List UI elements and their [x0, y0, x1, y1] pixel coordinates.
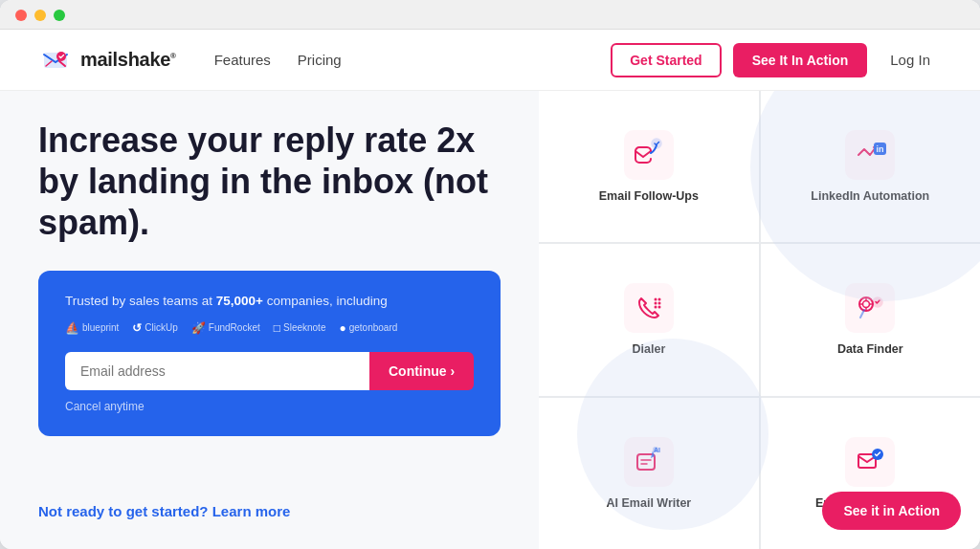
logo-area[interactable]: mailshake®: [38, 43, 176, 77]
logo-text: mailshake®: [80, 49, 176, 71]
feature-linkedin-automation-label: LinkedIn Automation: [811, 189, 929, 203]
svg-point-1: [56, 52, 66, 61]
company-logos: ⛵blueprint ↺ClickUp 🚀FundRocket □Sleekno…: [65, 321, 474, 335]
feature-dialer-label: Dialer: [633, 342, 666, 356]
continue-button[interactable]: Continue ›: [369, 352, 474, 390]
svg-rect-14: [845, 283, 895, 333]
login-button[interactable]: Log In: [879, 44, 942, 76]
ai-email-writer-icon: AI: [624, 437, 674, 487]
minimize-dot[interactable]: [34, 10, 46, 21]
page-content: mailshake® Features Pricing Get Started …: [0, 30, 980, 549]
logo-clickup: ↺ClickUp: [132, 321, 177, 335]
see-it-in-action-bottom-button[interactable]: See it in Action: [822, 492, 961, 530]
navbar: mailshake® Features Pricing Get Started …: [0, 30, 980, 91]
feature-data-finder-label: Data Finder: [837, 342, 903, 356]
feature-email-followups[interactable]: Email Follow-Ups: [539, 91, 758, 242]
svg-point-13: [657, 306, 660, 309]
feature-ai-email-writer[interactable]: AI AI Email Writer: [539, 398, 758, 549]
see-it-in-action-nav-button[interactable]: See It In Action: [733, 43, 868, 77]
svg-rect-7: [624, 283, 674, 333]
maximize-dot[interactable]: [54, 10, 65, 21]
dialer-icon: [624, 283, 674, 333]
learn-more-link[interactable]: Not ready to get started? Learn more: [38, 503, 290, 519]
hero-headline: Increase your reply rate 2x by landing i…: [38, 120, 498, 244]
cancel-text: Cancel anytime: [65, 400, 474, 413]
cta-card: Trusted by sales teams at 75,000+ compan…: [38, 271, 501, 436]
main-body: Increase your reply rate 2x by landing i…: [0, 91, 980, 549]
cta-trust-text: Trusted by sales teams at 75,000+ compan…: [65, 294, 474, 308]
logo-sleeknote: □Sleeknote: [274, 321, 326, 335]
browser-window: mailshake® Features Pricing Get Started …: [0, 0, 980, 549]
nav-features[interactable]: Features: [214, 52, 271, 68]
svg-point-10: [654, 302, 657, 305]
nav-links: Features Pricing: [214, 52, 612, 68]
left-panel: Increase your reply rate 2x by landing i…: [0, 91, 539, 549]
right-panel: Email Follow-Ups in LinkedIn Automation: [539, 91, 980, 549]
linkedin-automation-icon: in: [845, 130, 895, 180]
svg-rect-22: [845, 437, 895, 487]
feature-linkedin-automation[interactable]: in LinkedIn Automation: [761, 91, 980, 242]
svg-rect-18: [624, 437, 674, 487]
feature-dialer[interactable]: Dialer: [539, 244, 758, 395]
close-dot[interactable]: [15, 10, 27, 21]
email-followups-icon: [624, 130, 674, 180]
feature-data-finder[interactable]: Data Finder: [761, 244, 980, 395]
email-input[interactable]: [65, 352, 369, 390]
logo-getonboard: ●getonboard: [339, 321, 397, 335]
nav-pricing[interactable]: Pricing: [298, 52, 342, 68]
svg-point-9: [657, 298, 660, 301]
cta-trust-number: 75,000+: [216, 294, 263, 308]
nav-actions: Get Started See It In Action Log In: [611, 43, 942, 77]
bottom-right-area: See it in Action: [822, 492, 961, 530]
svg-text:AI: AI: [654, 447, 660, 453]
svg-point-8: [654, 298, 657, 301]
mailshake-logo-icon: [38, 43, 73, 77]
svg-point-11: [657, 302, 660, 305]
email-deliverability-icon: [845, 437, 895, 487]
feature-email-followups-label: Email Follow-Ups: [599, 189, 699, 203]
svg-rect-2: [624, 130, 674, 180]
svg-point-12: [654, 306, 657, 309]
feature-ai-email-writer-label: AI Email Writer: [607, 496, 692, 510]
svg-text:in: in: [877, 144, 884, 154]
bottom-link: Not ready to get started? Learn more: [38, 484, 501, 520]
get-started-button[interactable]: Get Started: [611, 43, 721, 77]
logo-blueprint: ⛵blueprint: [65, 321, 119, 335]
logo-fundrocket: 🚀FundRocket: [191, 321, 260, 335]
browser-chrome: [0, 0, 980, 30]
email-form-row: Continue ›: [65, 352, 474, 390]
data-finder-icon: [845, 283, 895, 333]
